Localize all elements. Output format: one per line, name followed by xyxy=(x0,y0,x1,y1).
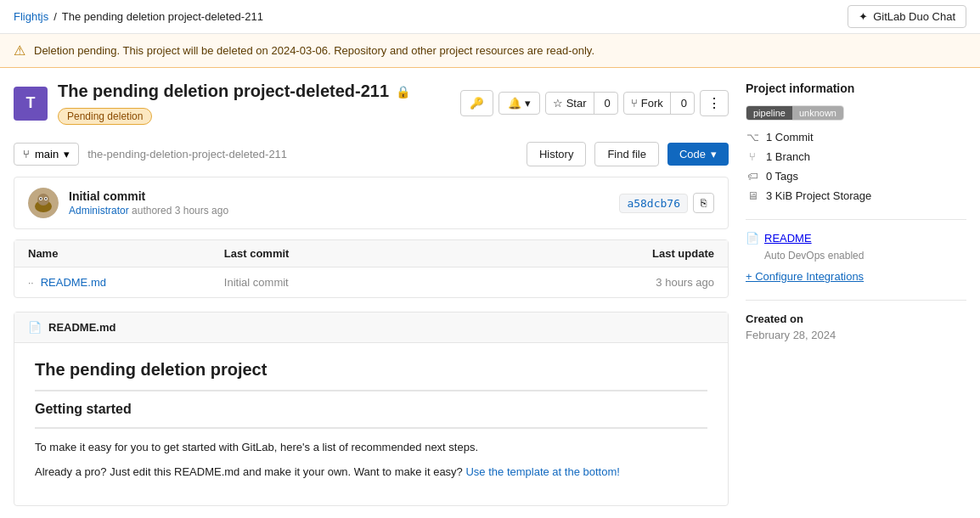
storage-icon: 🖥 xyxy=(746,189,759,202)
star-label: Star xyxy=(566,97,587,110)
commit-message: Initial commit xyxy=(69,189,609,203)
warning-text: Deletion pending. This project will be d… xyxy=(34,44,594,57)
notifications-button[interactable]: 🔔 ▾ xyxy=(498,92,540,115)
svg-point-2 xyxy=(37,194,49,206)
repo-path: the-pending-deletion-project-deleted-211 xyxy=(87,148,518,160)
readme-para2-link[interactable]: Use the template at the bottom! xyxy=(465,465,619,478)
stat-tags: 🏷 0 Tags xyxy=(746,170,966,183)
dropdown-arrow: ▾ xyxy=(64,148,70,160)
readme-info-section: 📄 README Auto DevOps enabled + Configure… xyxy=(746,232,966,283)
project-avatar: T xyxy=(14,87,48,121)
commit-time: 3 hours ago xyxy=(175,205,228,217)
file-commit-text: Initial commit xyxy=(224,276,518,289)
breadcrumb-parent[interactable]: Flightjs xyxy=(14,10,48,23)
created-date: February 28, 2024 xyxy=(746,329,966,341)
duo-chat-label: GitLab Duo Chat xyxy=(873,10,955,23)
commit-hash[interactable]: a58dcb76 xyxy=(619,194,688,213)
readme-header: 📄 README.md xyxy=(14,312,728,343)
warning-banner: ⚠ Deletion pending. This project will be… xyxy=(0,34,980,68)
find-file-button[interactable]: Find file xyxy=(594,142,659,166)
commit-hash-area: a58dcb76 ⎘ xyxy=(619,193,714,213)
warning-icon: ⚠ xyxy=(14,42,25,59)
code-button[interactable]: Code ▾ xyxy=(667,143,729,166)
stat-storage: 🖥 3 KiB Project Storage xyxy=(746,189,966,202)
sidebar-divider xyxy=(746,219,966,220)
code-dropdown-arrow: ▾ xyxy=(711,148,717,160)
breadcrumb-sep: / xyxy=(54,10,57,23)
project-header: T The pending deletion project-deleted-2… xyxy=(14,82,729,125)
readme-sidebar-link[interactable]: README xyxy=(764,232,812,245)
main-container: T The pending deletion project-deleted-2… xyxy=(0,68,980,518)
star-count: 0 xyxy=(598,93,617,114)
readme-divider2 xyxy=(35,427,707,429)
stat-storage-text: 3 KiB Project Storage xyxy=(766,189,871,202)
stat-commits: ⌥ 1 Commit xyxy=(746,131,966,144)
pending-badge: Pending deletion xyxy=(58,108,152,125)
stat-branches-text: 1 Branch xyxy=(766,150,810,163)
pipeline-value: unknown xyxy=(792,106,843,120)
fork-icon: ⑂ xyxy=(631,97,638,110)
duo-chat-button[interactable]: ✦ GitLab Duo Chat xyxy=(848,5,966,28)
file-update-text: 3 hours ago xyxy=(518,276,714,289)
sidebar-divider-2 xyxy=(746,300,966,301)
file-name[interactable]: ·· README.md xyxy=(28,276,224,289)
readme-para2-prefix: Already a pro? Just edit this README.md … xyxy=(35,465,463,478)
readme-divider1 xyxy=(35,390,707,391)
file-table: Name Last commit Last update ·· README.m… xyxy=(14,239,729,298)
auto-devops-label: Auto DevOps enabled xyxy=(764,250,966,262)
branch-stat-icon: ⑂ xyxy=(746,150,759,163)
configure-integrations-link[interactable]: + Configure Integrations xyxy=(746,270,966,283)
commit-author[interactable]: Administrator xyxy=(69,205,129,217)
commit-row: Initial commit Administrator authored 3 … xyxy=(14,177,729,229)
lock-icon: 🔒 xyxy=(396,85,410,99)
breadcrumb: Flightjs / The pending deletion project-… xyxy=(14,10,263,23)
created-label: Created on xyxy=(746,312,966,325)
svg-point-6 xyxy=(45,198,47,200)
copy-hash-button[interactable]: ⎘ xyxy=(693,193,714,213)
readme-filename: README.md xyxy=(48,321,115,334)
readme-section-heading: Getting started xyxy=(35,402,707,417)
readme-file-icon: 📄 xyxy=(28,321,42,334)
col-commit-header: Last commit xyxy=(224,247,518,260)
project-title-row: The pending deletion project-deleted-211… xyxy=(58,82,450,125)
file-icon: ·· xyxy=(28,277,34,289)
project-header-actions: 🔑 🔔 ▾ ☆ Star 0 ⑂ Fork xyxy=(460,90,729,116)
configure-label: + Configure Integrations xyxy=(746,270,864,283)
commit-authored-text: authored xyxy=(132,205,175,217)
branch-selector[interactable]: ⑂ main ▾ xyxy=(14,143,79,166)
table-row: ·· README.md Initial commit 3 hours ago xyxy=(14,267,728,297)
readme-para1: To make it easy for you to get started w… xyxy=(35,439,707,457)
svg-point-5 xyxy=(40,198,42,200)
fork-count: 0 xyxy=(674,93,694,114)
project-info-section: Project information pipeline unknown ⌥ 1… xyxy=(746,82,966,202)
repo-toolbar: ⑂ main ▾ the-pending-deletion-project-de… xyxy=(14,142,729,166)
pipeline-label: pipeline xyxy=(746,106,792,120)
code-label: Code xyxy=(679,148,706,160)
sidebar-stats: ⌥ 1 Commit ⑂ 1 Branch 🏷 0 Tags 🖥 3 KiB P… xyxy=(746,131,966,202)
fork-label: Fork xyxy=(641,97,663,110)
stat-branches: ⑂ 1 Branch xyxy=(746,150,966,163)
branch-icon: ⑂ xyxy=(23,148,30,160)
stat-commits-text: 1 Commit xyxy=(766,131,814,144)
commit-info: Initial commit Administrator authored 3 … xyxy=(69,189,609,217)
ssh-key-button[interactable]: 🔑 xyxy=(460,90,493,116)
history-button[interactable]: History xyxy=(527,142,586,166)
star-icon: ☆ xyxy=(553,97,563,110)
star-button[interactable]: ☆ Star 0 xyxy=(545,92,618,115)
readme-title: The pending deletion project xyxy=(35,360,707,380)
sidebar: Project information pipeline unknown ⌥ 1… xyxy=(746,82,966,506)
top-nav: Flightjs / The pending deletion project-… xyxy=(0,0,980,34)
commit-avatar xyxy=(28,188,59,218)
commit-icon: ⌥ xyxy=(746,131,759,144)
more-options-button[interactable]: ⋮ xyxy=(700,90,729,116)
breadcrumb-current: The pending deletion project-deleted-211 xyxy=(62,10,263,23)
bell-icon: 🔔 xyxy=(508,97,521,110)
content-area: T The pending deletion project-deleted-2… xyxy=(14,82,729,506)
readme-link-icon: 📄 xyxy=(746,232,759,245)
fork-button[interactable]: ⑂ Fork 0 xyxy=(623,92,695,115)
sidebar-title: Project information xyxy=(746,82,966,95)
readme-para2: Already a pro? Just edit this README.md … xyxy=(35,464,707,481)
file-name-text: README.md xyxy=(41,276,106,289)
avatar-letter: T xyxy=(26,94,36,112)
col-name-header: Name xyxy=(28,247,224,260)
